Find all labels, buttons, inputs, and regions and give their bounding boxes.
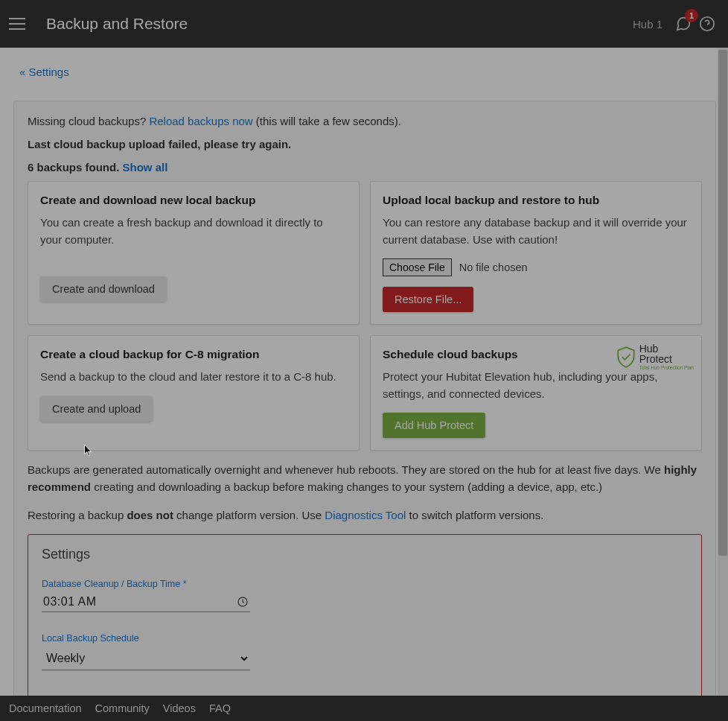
card-body: Protect your Hubitat Elevation hub, incl… (383, 369, 689, 402)
card-upload-restore: Upload local backup and restore to hub Y… (370, 181, 702, 325)
hub-protect-logo: Hub Protect Total Hub Protection Plan (616, 343, 694, 371)
backup-panel: Missing cloud backups? Reload backups no… (13, 101, 716, 696)
scrollbar-thumb[interactable] (718, 50, 727, 556)
card-body: You can restore any database backup and … (383, 215, 689, 248)
breadcrumb-settings[interactable]: « Settings (19, 66, 728, 78)
footer-videos[interactable]: Videos (163, 702, 196, 714)
backup-time-label: Database Cleanup / Backup Time * (42, 579, 688, 589)
info-auto-backup: Backups are generated automatically over… (28, 461, 702, 496)
card-schedule-cloud: Hub Protect Total Hub Protection Plan Sc… (370, 335, 702, 451)
footer-faq[interactable]: FAQ (209, 702, 231, 714)
file-chosen-label: No file chosen (459, 261, 528, 273)
app-header: Backup and Restore Hub 1 1 (0, 0, 728, 48)
settings-heading: Settings (42, 547, 688, 562)
diagnostics-tool-link[interactable]: Diagnostics Tool (325, 509, 406, 521)
backup-schedule-select[interactable]: Weekly (42, 647, 250, 670)
card-cloud-migrate: Create a cloud backup for C-8 migration … (28, 335, 360, 451)
card-body: You can create a fresh backup and downlo… (40, 215, 347, 248)
messages-icon[interactable]: 1 (671, 12, 695, 36)
add-hub-protect-button[interactable]: Add Hub Protect (383, 413, 485, 438)
create-download-button[interactable]: Create and download (40, 276, 167, 302)
settings-box: Settings Database Cleanup / Backup Time … (28, 534, 702, 696)
card-title: Create a cloud backup for C-8 migration (40, 348, 347, 361)
backup-time-input[interactable]: 03:01 AM (42, 592, 250, 612)
card-body: Send a backup to the cloud and later res… (40, 369, 347, 386)
backup-schedule-label: Local Backup Schedule (42, 633, 688, 644)
info-restore-version: Restoring a backup does not change platf… (28, 506, 702, 524)
content: « Settings Missing cloud backups? Reload… (0, 48, 728, 696)
missing-backups-line: Missing cloud backups? Reload backups no… (28, 115, 702, 127)
card-title: Upload local backup and restore to hub (383, 194, 689, 207)
card-create-local: Create and download new local backup You… (28, 181, 360, 325)
create-upload-button[interactable]: Create and upload (40, 396, 153, 422)
page-title: Backup and Restore (46, 15, 633, 33)
backups-found-line: 6 backups found. Show all (28, 161, 702, 174)
hub-label[interactable]: Hub 1 (633, 18, 662, 31)
menu-icon[interactable] (9, 12, 33, 36)
error-message: Last cloud backup upload failed, please … (28, 138, 702, 150)
shield-icon (616, 346, 636, 368)
clock-icon (237, 596, 249, 608)
choose-file-button[interactable]: Choose File (383, 258, 452, 276)
footer-community[interactable]: Community (95, 702, 150, 714)
card-title: Create and download new local backup (40, 194, 347, 207)
restore-file-button[interactable]: Restore File... (383, 287, 473, 312)
footer-documentation[interactable]: Documentation (9, 702, 82, 714)
help-icon[interactable] (695, 12, 719, 36)
show-all-link[interactable]: Show all (123, 161, 168, 174)
footer: Documentation Community Videos FAQ (0, 696, 728, 721)
scrollbar[interactable] (718, 48, 728, 696)
reload-backups-link[interactable]: Reload backups now (149, 115, 252, 127)
